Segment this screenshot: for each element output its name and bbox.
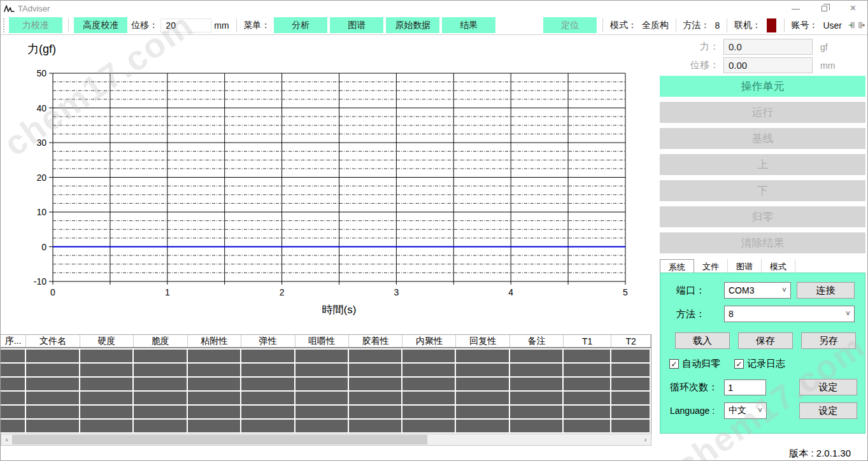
- table-row[interactable]: [1, 420, 651, 434]
- connect-button[interactable]: 连接: [797, 282, 855, 299]
- table-header-cell[interactable]: 备注: [510, 335, 564, 347]
- app-window: chem17.com chem17.com TAdviser — × 力校准 高…: [0, 0, 868, 461]
- load-button[interactable]: 载入: [675, 332, 730, 349]
- table-header-cell[interactable]: 硬度: [80, 335, 134, 347]
- table-row[interactable]: [1, 378, 651, 392]
- tab-mode[interactable]: 模式: [762, 259, 795, 273]
- height-calibration-button[interactable]: 高度校准: [74, 17, 127, 33]
- force-readout-label: 力：: [660, 41, 723, 53]
- table-cell: [564, 406, 611, 420]
- tab-file[interactable]: 文件: [694, 259, 728, 273]
- table-cell: [456, 406, 510, 420]
- mode-label: 模式：: [610, 20, 637, 31]
- table-header-cell[interactable]: 粘附性: [188, 335, 241, 347]
- table-cell: [188, 406, 241, 420]
- table-cell: [26, 392, 80, 406]
- table-header-cell[interactable]: 回复性: [456, 335, 510, 347]
- log-checkbox[interactable]: ✓: [734, 359, 744, 369]
- scroll-right-icon[interactable]: ›: [640, 434, 651, 445]
- table-cell: [564, 420, 611, 434]
- analysis-button[interactable]: 分析: [274, 17, 327, 33]
- horizontal-scrollbar[interactable]: ‹ ›: [1, 434, 651, 446]
- table-row[interactable]: [1, 392, 651, 406]
- restore-button[interactable]: [810, 1, 839, 16]
- login-icon[interactable]: [848, 20, 855, 30]
- table-row[interactable]: [1, 350, 651, 364]
- main-area: 力(gf) -1001020304050012345時間(s) 序...文件名硬…: [1, 35, 867, 446]
- up-button[interactable]: 上: [660, 154, 865, 175]
- scroll-left-icon[interactable]: ‹: [1, 434, 12, 445]
- table-cell: [134, 420, 188, 434]
- graph-button[interactable]: 图谱: [330, 17, 383, 33]
- table-row[interactable]: [1, 406, 651, 420]
- table-cell: [349, 420, 403, 434]
- table-cell: [1, 350, 26, 364]
- table-cell: [295, 364, 349, 378]
- online-indicator: [767, 18, 776, 32]
- table-header-cell[interactable]: 文件名: [26, 335, 80, 347]
- table-header-cell[interactable]: 内聚性: [402, 335, 456, 347]
- operate-unit-button[interactable]: 操作单元: [660, 76, 865, 97]
- system-tab-panel: 端口： COM3 ˅ 连接 方法： 8 ˅ 载入 保存: [660, 273, 865, 434]
- table-cell: [241, 378, 295, 392]
- tab-system[interactable]: 系统: [660, 259, 694, 273]
- port-select[interactable]: COM3 ˅: [724, 282, 791, 299]
- tab-graph[interactable]: 图谱: [728, 259, 762, 273]
- displacement-input[interactable]: [160, 18, 211, 32]
- table-cell: [1, 378, 26, 392]
- table-header-row: 序...文件名硬度脆度粘附性弹性咀嚼性胶着性内聚性回复性备注T1T2: [1, 334, 651, 348]
- clear-results-button[interactable]: 清除结果: [660, 232, 865, 253]
- table-cell: [349, 392, 403, 406]
- results-button[interactable]: 结果: [442, 17, 495, 33]
- raw-data-button[interactable]: 原始数据: [386, 17, 439, 33]
- toolbar-separator: [68, 18, 69, 32]
- method-select-value: 8: [729, 309, 734, 319]
- scrollbar-thumb[interactable]: [12, 435, 427, 444]
- table-cell: [611, 392, 651, 406]
- save-button[interactable]: 保存: [738, 332, 793, 349]
- table-header-cell[interactable]: T1: [564, 335, 611, 347]
- run-button[interactable]: 运行: [660, 102, 865, 123]
- table-header-cell[interactable]: 序...: [1, 335, 26, 347]
- table-header-cell[interactable]: 咀嚼性: [295, 335, 349, 347]
- svg-text:0: 0: [50, 287, 55, 297]
- port-label: 端口：: [667, 285, 724, 297]
- language-select[interactable]: 中文 ˅: [724, 402, 767, 419]
- table-header-cell[interactable]: 弹性: [241, 335, 295, 347]
- set-language-button[interactable]: 设定: [799, 402, 857, 419]
- positioning-button[interactable]: 定位: [543, 17, 597, 33]
- save-as-button[interactable]: 另存: [801, 332, 856, 349]
- toolbar-separator: [676, 18, 676, 32]
- auto-zero-checkbox[interactable]: ✓: [669, 359, 679, 369]
- cycles-input[interactable]: [724, 379, 766, 395]
- set-cycles-button[interactable]: 设定: [799, 379, 857, 395]
- close-button[interactable]: ×: [839, 1, 867, 16]
- close-icon: ×: [850, 3, 856, 14]
- table-cell: [564, 378, 611, 392]
- chevron-down-icon: ˅: [782, 286, 786, 295]
- table-header-cell[interactable]: 脆度: [134, 335, 188, 347]
- force-readout-input[interactable]: [723, 39, 813, 55]
- table-cell: [402, 364, 456, 378]
- method-select[interactable]: 8 ˅: [724, 306, 855, 322]
- table-cell: [26, 420, 80, 434]
- table-cell: [134, 392, 188, 406]
- force-calibration-button[interactable]: 力校准: [9, 17, 62, 33]
- toolbar-grip[interactable]: [3, 18, 5, 32]
- baseline-button[interactable]: 基线: [660, 128, 865, 149]
- account-label: 账号：: [791, 20, 818, 31]
- minimize-button[interactable]: —: [781, 1, 810, 16]
- table-header-cell[interactable]: T2: [611, 335, 651, 347]
- table-cell: [349, 364, 403, 378]
- table-row[interactable]: [1, 364, 651, 378]
- down-button[interactable]: 下: [660, 180, 865, 201]
- table-header-cell[interactable]: 胶着性: [349, 335, 403, 347]
- table-cell: [564, 364, 611, 378]
- table-cell: [134, 364, 188, 378]
- svg-text:-10: -10: [34, 276, 46, 287]
- zero-button[interactable]: 归零: [660, 206, 865, 227]
- logout-icon[interactable]: [858, 20, 865, 30]
- displacement-readout-input[interactable]: [723, 57, 813, 73]
- log-label: 记录日志: [747, 358, 785, 370]
- toolbar-separator: [784, 18, 785, 32]
